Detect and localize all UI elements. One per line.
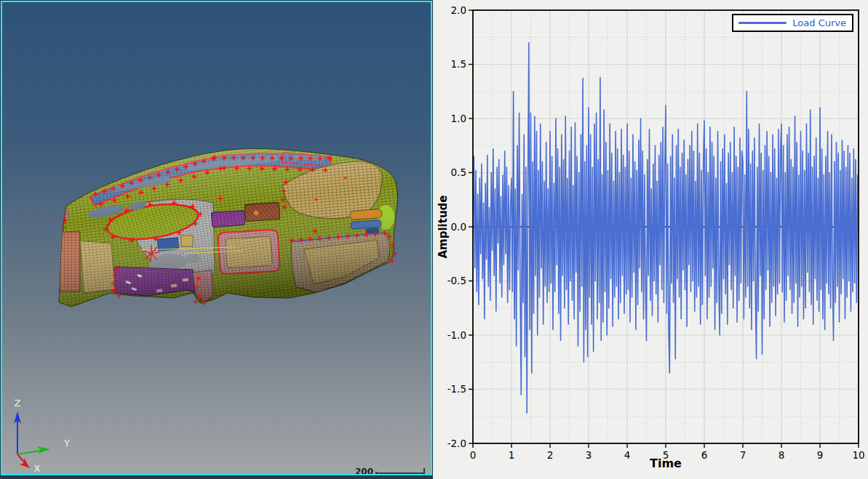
dashboard-model [59, 149, 398, 307]
y-tick-label: 0.0 [451, 221, 466, 233]
y-axis-label: Y [63, 438, 70, 448]
y-tick-label: 2.0 [451, 4, 466, 16]
x-tick-label: 7 [740, 449, 746, 461]
x-tick-label: 3 [586, 449, 592, 461]
legend-box[interactable]: Load Curve [732, 14, 853, 32]
3d-viewport[interactable]: Z Y X 200 [1, 1, 432, 475]
y-tick-label: 0.5 [451, 166, 466, 178]
x-axis-label: X [34, 463, 41, 474]
y-tick-label: -1.0 [447, 329, 466, 341]
load-curve-chart[interactable]: 2.01.51.00.50.0-0.5-1.0-1.5-2.0012345678… [433, 0, 868, 479]
x-tick-label: 8 [779, 449, 785, 461]
legend-line-sample [738, 22, 787, 24]
dashboard-model-canvas: Z Y X 200 [2, 2, 431, 474]
y-tick-label: 1.5 [451, 58, 466, 70]
legend-label: Load Curve [792, 17, 846, 28]
x-tick-label: 1 [509, 449, 515, 461]
x-tick-label: 2 [547, 449, 554, 461]
plot-panel: 2.01.51.00.50.0-0.5-1.0-1.5-2.0012345678… [433, 0, 868, 479]
y-axis-title: Amplitude [437, 195, 450, 258]
x-axis-title: Time [650, 456, 682, 470]
scale-bar-value: 200 [355, 467, 373, 474]
y-tick-label: -1.5 [447, 383, 466, 395]
scale-bar: 200 [355, 467, 424, 474]
x-tick-label: 4 [624, 449, 631, 461]
x-tick-label: 6 [701, 449, 708, 461]
y-axis-arrow [37, 446, 50, 454]
x-tick-label: 10 [852, 449, 864, 461]
y-tick-label: -2.0 [447, 438, 466, 449]
z-axis-label: Z [15, 398, 21, 408]
axis-triad: Z Y X [14, 398, 70, 474]
x-tick-label: 0 [470, 449, 477, 461]
y-tick-label: 1.0 [451, 113, 466, 124]
x-tick-label: 9 [817, 449, 824, 461]
y-tick-label: -0.5 [447, 275, 466, 286]
